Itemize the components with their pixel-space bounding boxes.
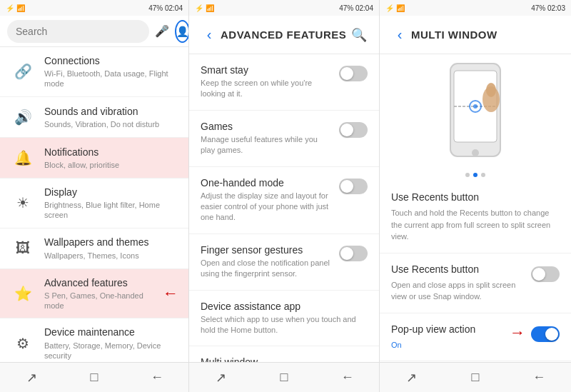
item-subtitle-1: Sounds, Vibration, Do not disturb bbox=[44, 119, 178, 129]
settings-panel-mid: ⚡ 📶 47% 02:04 ‹ ADVANCED FEATURES 🔍 Smar… bbox=[189, 0, 380, 392]
item-title-3: Display bbox=[44, 186, 178, 198]
item-title-2: Notifications bbox=[44, 146, 178, 159]
home-btn-right[interactable]: □ bbox=[463, 365, 488, 391]
search-btn-mid[interactable]: 🔍 bbox=[348, 24, 370, 46]
settings-item-connections[interactable]: 🔗 Connections Wi-Fi, Bluetooth, Data usa… bbox=[0, 47, 188, 97]
feature-item-3[interactable]: Finger sensor gestures Open and close th… bbox=[189, 234, 379, 291]
back-button-mid[interactable]: ‹ bbox=[198, 24, 221, 46]
recents-btn-right[interactable]: ↗ bbox=[399, 365, 425, 391]
settings-list: 🔗 Connections Wi-Fi, Bluetooth, Data usa… bbox=[0, 47, 188, 362]
dot-1 bbox=[465, 173, 470, 177]
right-section-0: Use Recents button Touch and hold the Re… bbox=[380, 181, 571, 253]
settings-item-wallpapers-and-themes[interactable]: 🖼 Wallpapers and themes Wallpapers, Them… bbox=[0, 228, 188, 269]
back-btn-right[interactable]: ← bbox=[526, 365, 552, 391]
item-title-4: Wallpapers and themes bbox=[44, 236, 178, 248]
mid-panel-title: ADVANCED FEATURES bbox=[221, 29, 348, 41]
toggle-0[interactable] bbox=[339, 66, 368, 81]
item-icon-6: ⚙ bbox=[10, 331, 36, 356]
item-subtitle-4: Wallpapers, Themes, Icons bbox=[44, 251, 178, 261]
status-bar-left: ⚡ 📶 47% 02:04 bbox=[0, 0, 188, 16]
settings-item-sounds-and-vibration[interactable]: 🔊 Sounds and vibration Sounds, Vibration… bbox=[0, 97, 188, 138]
battery-mid: 47% 02:04 bbox=[339, 4, 373, 12]
feature-item-0[interactable]: Smart stay Keep the screen on while you'… bbox=[189, 54, 379, 111]
feature-title-5: Multi window bbox=[201, 356, 340, 362]
item-icon-5: ⭐ bbox=[10, 281, 36, 306]
status-bar-right: ⚡ 📶 47% 02:03 bbox=[380, 0, 571, 16]
item-subtitle-6: Battery, Storage, Memory, Device securit… bbox=[44, 341, 178, 361]
toggle-1[interactable] bbox=[339, 122, 368, 138]
right-sec-desc-1: Open and close apps in split screen view… bbox=[391, 279, 525, 303]
feature-sub-0: Keep the screen on while you're looking … bbox=[201, 78, 332, 100]
status-icons-left: ⚡ 📶 bbox=[6, 4, 25, 12]
right-sec-title-1: Use Recents button bbox=[391, 263, 525, 275]
svg-point-5 bbox=[486, 83, 496, 97]
back-btn-left[interactable]: ← bbox=[144, 365, 170, 391]
dot-2 bbox=[473, 173, 477, 177]
signal-icons: ⚡ 📶 bbox=[6, 4, 25, 12]
item-subtitle-0: Wi-Fi, Bluetooth, Data usage, Flight mod… bbox=[44, 69, 178, 89]
toggle-2[interactable] bbox=[339, 179, 368, 194]
feature-title-3: Finger sensor gestures bbox=[201, 244, 332, 256]
feature-title-4: Device assistance app bbox=[201, 301, 368, 312]
settings-item-notifications[interactable]: 🔔 Notifications Block, allow, prioritise bbox=[0, 138, 188, 179]
right-toggle-2[interactable] bbox=[531, 326, 560, 342]
svg-point-7 bbox=[473, 104, 477, 109]
recents-btn-left[interactable]: ↗ bbox=[19, 365, 44, 391]
toggle-3[interactable] bbox=[339, 246, 368, 261]
bottom-nav-right: ↗ □ ← bbox=[380, 362, 571, 392]
feature-item-1[interactable]: Games Manage useful features while you p… bbox=[189, 111, 379, 167]
feature-title-1: Games bbox=[201, 121, 332, 132]
status-right-left: 47% 02:04 bbox=[148, 4, 183, 12]
dot-3 bbox=[481, 173, 485, 177]
feature-sub-2: Adjust the display size and layout for e… bbox=[201, 191, 332, 223]
item-icon-4: 🖼 bbox=[10, 236, 36, 261]
phone-svg bbox=[440, 60, 511, 164]
battery-right: 47% 02:03 bbox=[531, 4, 565, 12]
right-sec-title-0: Use Recents button bbox=[391, 191, 560, 203]
home-btn-mid[interactable]: □ bbox=[271, 365, 297, 391]
arrow-right-icon: → bbox=[510, 323, 525, 342]
settings-item-device-maintenance[interactable]: ⚙ Device maintenance Battery, Storage, M… bbox=[0, 318, 188, 362]
settings-panel-left: ⚡ 📶 47% 02:04 🎤 👤 🔗 Connections Wi-Fi, B… bbox=[0, 0, 189, 392]
item-subtitle-5: S Pen, Games, One-handed mode bbox=[44, 291, 158, 311]
item-title-0: Connections bbox=[44, 54, 178, 67]
svg-point-3 bbox=[472, 149, 479, 156]
arrow-icon: ← bbox=[163, 284, 178, 303]
feature-item-4[interactable]: Device assistance app Select which app t… bbox=[189, 291, 379, 347]
home-btn-left[interactable]: □ bbox=[81, 365, 107, 391]
settings-item-display[interactable]: ☀ Display Brightness, Blue light filter,… bbox=[0, 179, 188, 228]
features-list: Smart stay Keep the screen on while you'… bbox=[189, 54, 379, 362]
right-toggle-1[interactable] bbox=[531, 266, 560, 282]
item-icon-3: ☀ bbox=[10, 190, 36, 216]
recents-btn-mid[interactable]: ↗ bbox=[208, 365, 233, 391]
arrow-mid-icon: ← bbox=[352, 356, 368, 362]
mic-icon[interactable]: 🎤 bbox=[155, 21, 169, 41]
feature-item-5[interactable]: Multi window Show more than one app at t… bbox=[189, 346, 379, 362]
feature-item-2[interactable]: One-handed mode Adjust the display size … bbox=[189, 167, 379, 234]
back-button-right[interactable]: ‹ bbox=[388, 24, 411, 46]
right-section-1: Use Recents button Open and close apps i… bbox=[380, 253, 571, 313]
status-icons-mid: ⚡ 📶 bbox=[195, 4, 214, 12]
right-panel-content: Use Recents button Touch and hold the Re… bbox=[380, 181, 571, 362]
status-bar-mid: ⚡ 📶 47% 02:04 bbox=[189, 0, 379, 16]
mid-panel-header: ‹ ADVANCED FEATURES 🔍 bbox=[189, 16, 379, 54]
bottom-nav-mid: ↗ □ ← bbox=[189, 362, 379, 392]
feature-title-2: One-handed mode bbox=[201, 177, 332, 189]
item-subtitle-3: Brightness, Blue light filter, Home scre… bbox=[44, 200, 178, 221]
back-btn-mid[interactable]: ← bbox=[335, 365, 360, 391]
pagination-dots bbox=[380, 169, 571, 181]
search-input[interactable] bbox=[7, 20, 149, 43]
item-subtitle-2: Block, allow, prioritise bbox=[44, 160, 178, 170]
multi-window-illustration bbox=[380, 54, 571, 169]
feature-sub-1: Manage useful features while you play ga… bbox=[201, 134, 332, 156]
status-right-right: 47% 02:03 bbox=[531, 4, 565, 12]
item-title-6: Device maintenance bbox=[44, 326, 178, 338]
profile-icon[interactable]: 👤 bbox=[175, 20, 189, 43]
right-sec-desc-0: Touch and hold the Recents button to cha… bbox=[391, 207, 560, 243]
right-sec-desc-2: On bbox=[391, 339, 500, 351]
right-section-2: Pop-up view action On → bbox=[380, 313, 571, 362]
right-sec-title-2: Pop-up view action bbox=[391, 323, 500, 335]
settings-item-advanced-features[interactable]: ⭐ Advanced features S Pen, Games, One-ha… bbox=[0, 269, 188, 319]
status-icons-right: ⚡ 📶 bbox=[385, 4, 405, 12]
bottom-nav-left: ↗ □ ← bbox=[0, 362, 188, 392]
